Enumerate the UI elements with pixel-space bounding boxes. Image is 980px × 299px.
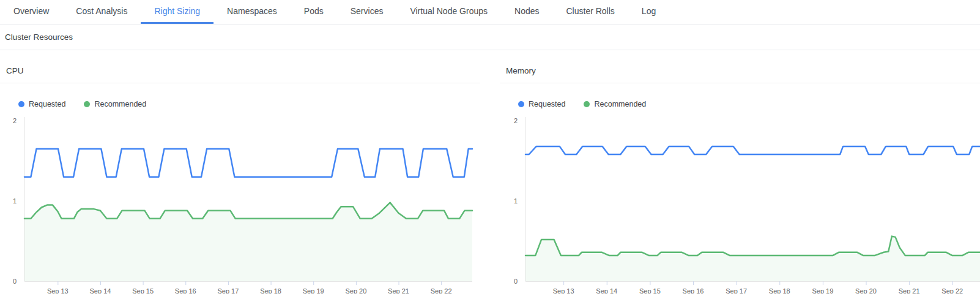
y-tick-label: 1 [13, 197, 17, 205]
y-tick-label: 2 [13, 117, 17, 124]
legend-label: Recommended [594, 100, 646, 108]
series-recommended-line [525, 237, 980, 256]
y-tick-label: 1 [514, 197, 518, 205]
x-tick-label: Sep 21 [388, 287, 409, 293]
chart-panel-memory: Memory RequestedRecommended 012Sep 13Sep… [500, 66, 980, 293]
x-tick-label: Sep 18 [260, 287, 281, 293]
charts-row: CPU RequestedRecommended 012Sep 13Sep 14… [0, 66, 980, 293]
chart-title: CPU [0, 66, 480, 83]
y-tick-label: 0 [514, 278, 518, 285]
series-requested-line [525, 146, 980, 154]
x-tick-label: Sep 13 [553, 287, 574, 293]
legend-label: Requested [529, 100, 565, 108]
x-tick-label: Sep 15 [132, 287, 154, 293]
x-tick-label: Sep 20 [855, 287, 877, 293]
cpu-legend: RequestedRecommended [18, 99, 480, 109]
x-tick-label: Sep 17 [217, 287, 239, 293]
legend-item-recommended[interactable]: Recommended [584, 100, 646, 108]
legend-item-requested[interactable]: Requested [518, 100, 565, 108]
chart-title: Memory [500, 66, 980, 83]
tab-pods[interactable]: Pods [291, 0, 337, 24]
tab-log[interactable]: Log [628, 0, 669, 24]
x-tick-label: Sep 18 [769, 287, 790, 293]
tab-bar: OverviewCost AnalysisRight SizingNamespa… [0, 0, 980, 25]
x-tick-label: Sep 22 [431, 287, 452, 293]
x-tick-label: Sep 15 [639, 287, 661, 293]
legend-dot-icon [518, 101, 524, 107]
x-tick-label: Sep 14 [596, 287, 617, 293]
x-tick-label: Sep 16 [175, 287, 196, 293]
x-tick-label: Sep 22 [941, 287, 963, 293]
tab-services[interactable]: Services [337, 0, 397, 24]
legend-item-requested[interactable]: Requested [18, 100, 65, 108]
tab-virtual-node-groups[interactable]: Virtual Node Groups [396, 0, 501, 24]
x-tick-label: Sep 21 [899, 287, 920, 293]
tab-nodes[interactable]: Nodes [501, 0, 552, 24]
x-tick-label: Sep 16 [683, 287, 704, 293]
section-title: Cluster Resources [0, 25, 980, 50]
y-tick-label: 2 [514, 117, 518, 124]
series-recommended-area [24, 203, 472, 281]
memory-chart: 012Sep 13Sep 14Sep 15Sep 16Sep 17Sep 18S… [500, 113, 980, 293]
series-recommended-area [525, 237, 980, 281]
x-tick-label: Sep 17 [726, 287, 747, 293]
legend-label: Recommended [94, 100, 146, 108]
legend-label: Requested [29, 100, 65, 108]
y-tick-label: 0 [13, 278, 17, 285]
x-tick-label: Sep 19 [303, 287, 324, 293]
legend-dot-icon [18, 101, 24, 107]
legend-dot-icon [584, 101, 590, 107]
cpu-chart: 012Sep 13Sep 14Sep 15Sep 16Sep 17Sep 18S… [0, 113, 480, 293]
x-tick-label: Sep 14 [90, 287, 111, 293]
legend-dot-icon [84, 101, 90, 107]
x-tick-label: Sep 13 [47, 287, 69, 293]
memory-legend: RequestedRecommended [518, 99, 980, 109]
tab-namespaces[interactable]: Namespaces [213, 0, 291, 24]
legend-item-recommended[interactable]: Recommended [84, 100, 146, 108]
x-tick-label: Sep 20 [345, 287, 366, 293]
chart-panel-cpu: CPU RequestedRecommended 012Sep 13Sep 14… [0, 66, 480, 293]
x-tick-label: Sep 19 [812, 287, 833, 293]
tab-cost-analysis[interactable]: Cost Analysis [62, 0, 141, 24]
tab-right-sizing[interactable]: Right Sizing [141, 0, 213, 24]
tab-overview[interactable]: Overview [0, 0, 62, 24]
tab-cluster-rolls[interactable]: Cluster Rolls [552, 0, 628, 24]
series-requested-line [24, 149, 472, 177]
